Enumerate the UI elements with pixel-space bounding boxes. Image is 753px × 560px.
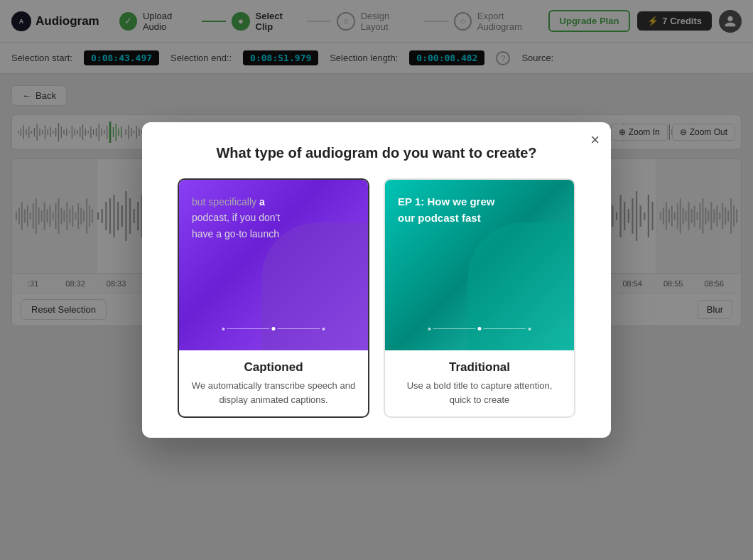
traditional-option-desc: Use a bold title to capture attention, q… bbox=[396, 379, 563, 406]
captioned-option-card[interactable]: but specifically a podcast, if you don't… bbox=[178, 178, 369, 418]
traditional-bg-shape bbox=[467, 222, 574, 350]
modal-title: What type of audiogram do you want to cr… bbox=[165, 145, 588, 161]
modal-close-button[interactable]: × bbox=[590, 132, 600, 148]
traditional-preview-text: EP 1: How we grew our podcast fast bbox=[398, 194, 561, 226]
captioned-text-line2: podcast, if you don't bbox=[192, 212, 280, 223]
captioned-option-title: Captioned bbox=[190, 360, 357, 375]
captioned-waveform-line bbox=[222, 327, 325, 330]
captioned-preview-text: but specifically a podcast, if you don't… bbox=[192, 194, 355, 242]
modal-overlay: × What type of audiogram do you want to … bbox=[0, 0, 753, 560]
captioned-text-highlight: a bbox=[259, 196, 265, 208]
traditional-option-card[interactable]: EP 1: How we grew our podcast fast Tradi bbox=[384, 178, 575, 418]
traditional-text-line1: EP 1: How we grew bbox=[398, 195, 494, 208]
captioned-preview: but specifically a podcast, if you don't… bbox=[179, 180, 368, 350]
captioned-text-line1: but specifically bbox=[192, 196, 259, 208]
captioned-option-desc: We automatically transcribe speech and d… bbox=[190, 379, 357, 406]
traditional-waveform-line bbox=[428, 327, 531, 330]
traditional-option-title: Traditional bbox=[396, 360, 563, 375]
traditional-preview: EP 1: How we grew our podcast fast bbox=[385, 180, 574, 350]
captioned-option-info: Captioned We automatically transcribe sp… bbox=[179, 350, 368, 416]
traditional-text-line2: our podcast fast bbox=[398, 212, 481, 224]
modal: × What type of audiogram do you want to … bbox=[142, 122, 611, 438]
modal-options: but specifically a podcast, if you don't… bbox=[165, 178, 588, 418]
traditional-option-info: Traditional Use a bold title to capture … bbox=[385, 350, 574, 416]
captioned-text-line3: have a go-to launch bbox=[192, 228, 279, 239]
